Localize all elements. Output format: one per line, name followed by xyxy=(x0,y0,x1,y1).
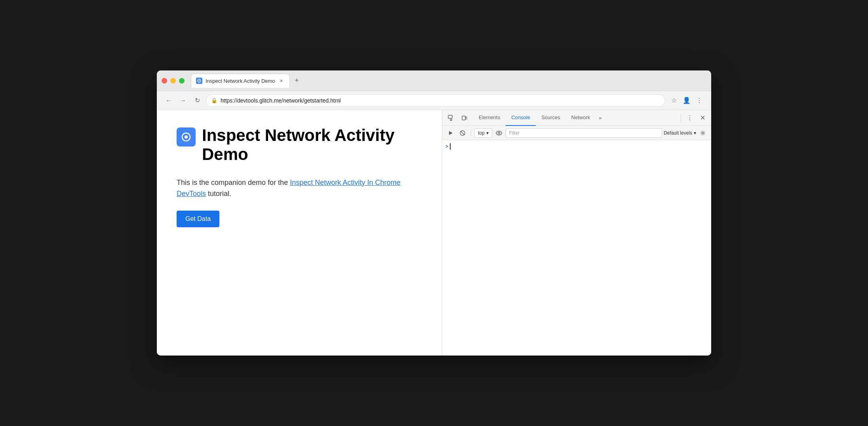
devtools-header: Elements Console Sources Network » ⋮ xyxy=(442,110,711,126)
console-toolbar-sep xyxy=(471,129,471,137)
console-cursor xyxy=(450,143,451,150)
forward-button[interactable]: → xyxy=(177,95,188,106)
svg-marker-7 xyxy=(449,131,453,135)
devtools-more-tabs-button[interactable]: » xyxy=(596,115,605,121)
page-logo-icon xyxy=(177,127,196,146)
address-bar-actions: ☆ 👤 ⋮ xyxy=(668,95,705,106)
console-context-value: top xyxy=(478,130,485,136)
lock-icon: 🔒 xyxy=(211,97,217,103)
tab-network[interactable]: Network xyxy=(566,110,596,126)
console-prompt-chevron: > xyxy=(445,144,448,149)
address-bar: ← → ↻ 🔒 https://devtools.glitch.me/netwo… xyxy=(157,91,711,110)
svg-rect-4 xyxy=(448,115,452,118)
svg-rect-5 xyxy=(462,116,465,120)
tab-elements[interactable]: Elements xyxy=(473,110,506,126)
back-button[interactable]: ← xyxy=(163,95,174,106)
bookmark-button[interactable]: ☆ xyxy=(668,95,680,106)
tab-sources[interactable]: Sources xyxy=(536,110,566,126)
traffic-lights xyxy=(162,78,185,84)
new-tab-button[interactable]: + xyxy=(291,75,303,86)
maximize-traffic-light[interactable] xyxy=(179,78,185,84)
console-context-dropdown-icon: ▾ xyxy=(486,130,489,136)
page-description: This is the companion demo for the Inspe… xyxy=(177,177,422,200)
svg-point-12 xyxy=(702,132,704,134)
console-body[interactable]: > xyxy=(442,140,711,356)
tab-favicon-icon xyxy=(196,78,202,84)
tab-title: Inspect Network Activity Demo xyxy=(206,78,275,84)
devtools-close-button[interactable]: ✕ xyxy=(697,112,708,124)
devtools-tabs: Elements Console Sources Network » xyxy=(473,110,679,126)
description-prefix: This is the companion demo for the xyxy=(177,179,290,186)
device-toggle-button[interactable] xyxy=(459,112,470,124)
page-title: Inspect Network Activity Demo xyxy=(202,126,422,164)
console-clear-button[interactable] xyxy=(457,128,468,138)
browser-tab[interactable]: Inspect Network Activity Demo ✕ xyxy=(191,74,290,88)
console-toolbar: top ▾ Filter Default levels ▾ xyxy=(442,126,711,140)
devtools-panel: Elements Console Sources Network » ⋮ xyxy=(442,110,711,356)
console-levels-dropdown-icon: ▾ xyxy=(694,130,696,136)
console-eye-button[interactable] xyxy=(494,128,504,138)
devtools-icons xyxy=(445,112,470,124)
tab-bar: Inspect Network Activity Demo ✕ + xyxy=(191,74,303,88)
devtools-separator xyxy=(681,114,681,122)
page-content: Inspect Network Activity Demo This is th… xyxy=(157,110,442,356)
tab-close-button[interactable]: ✕ xyxy=(278,78,285,84)
console-settings-button[interactable] xyxy=(698,128,708,138)
title-bar: Inspect Network Activity Demo ✕ + xyxy=(157,70,711,91)
profile-button[interactable]: 👤 xyxy=(681,95,692,106)
minimize-traffic-light[interactable] xyxy=(170,78,176,84)
browser-content: Inspect Network Activity Demo This is th… xyxy=(157,110,711,356)
devtools-header-actions: ⋮ ✕ xyxy=(679,112,708,124)
svg-point-1 xyxy=(199,80,200,82)
console-prompt-line: > xyxy=(445,142,708,151)
svg-point-10 xyxy=(496,131,502,135)
svg-line-9 xyxy=(461,131,464,135)
tab-console[interactable]: Console xyxy=(506,110,536,126)
url-text: https://devtools.glitch.me/network/getst… xyxy=(221,97,341,104)
svg-rect-6 xyxy=(466,117,467,119)
console-play-button[interactable] xyxy=(445,128,456,138)
console-context-selector[interactable]: top ▾ xyxy=(474,128,492,138)
console-levels-label: Default levels xyxy=(664,130,692,136)
browser-menu-button[interactable]: ⋮ xyxy=(694,95,705,106)
reload-button[interactable]: ↻ xyxy=(192,95,203,106)
get-data-button[interactable]: Get Data xyxy=(177,211,219,227)
page-heading: Inspect Network Activity Demo xyxy=(177,126,422,164)
url-bar[interactable]: 🔒 https://devtools.glitch.me/network/get… xyxy=(206,94,665,107)
svg-point-11 xyxy=(498,132,500,134)
description-suffix: tutorial. xyxy=(206,190,231,198)
close-traffic-light[interactable] xyxy=(162,78,167,84)
devtools-menu-button[interactable]: ⋮ xyxy=(684,112,695,124)
browser-window: Inspect Network Activity Demo ✕ + ← → ↻ … xyxy=(157,70,711,356)
console-levels-selector[interactable]: Default levels ▾ xyxy=(664,130,696,136)
console-filter-placeholder: Filter xyxy=(509,130,520,136)
svg-point-3 xyxy=(185,135,188,139)
inspect-element-button[interactable] xyxy=(445,112,457,124)
